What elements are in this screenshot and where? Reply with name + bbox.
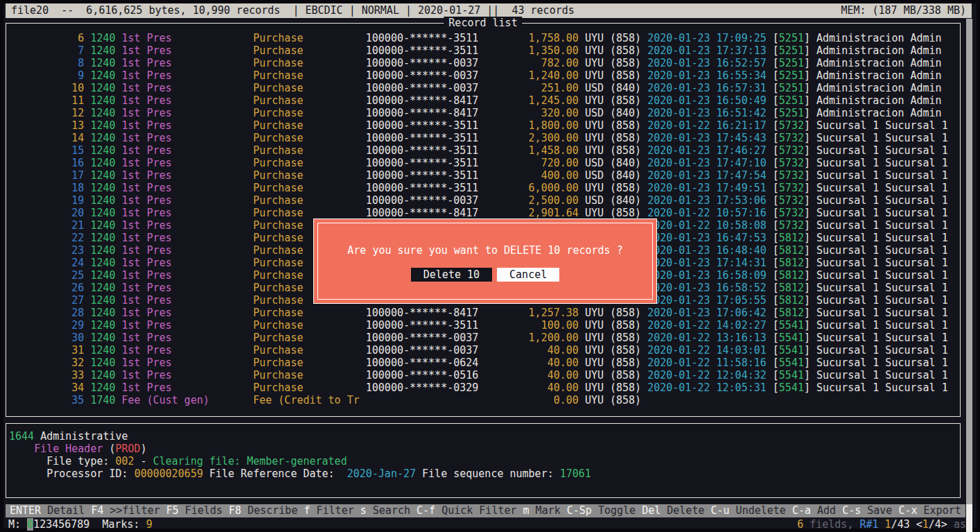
- memory-usage: MEM: (187 MB/338 MB): [841, 3, 966, 18]
- key-hint[interactable]: m Mark: [523, 504, 561, 517]
- detail-line: File type: 002 - Clearing file: Member-g…: [9, 455, 960, 467]
- key-hint[interactable]: Del Delete: [642, 504, 704, 517]
- record-row[interactable]: 18 1240 1st Pres Purchase 100000-******-…: [9, 182, 960, 194]
- key-hint[interactable]: C-f Quick Filter: [417, 504, 517, 517]
- record-row[interactable]: 32 1240 1st Pres Purchase 100000-******-…: [9, 357, 960, 369]
- key-hint[interactable]: F5 Fields: [166, 504, 222, 517]
- record-row[interactable]: 17 1240 1st Pres Purchase 100000-******-…: [9, 169, 960, 182]
- record-row[interactable]: 33 1240 1st Pres Purchase 100000-******-…: [9, 369, 960, 381]
- record-row[interactable]: 30 1240 1st Pres Purchase 100000-******-…: [9, 332, 960, 344]
- delete-confirm-dialog: Are you sure you want to DELETE 10 recor…: [313, 218, 657, 304]
- record-row[interactable]: 10 1240 1st Pres Purchase 100000-******-…: [9, 82, 960, 94]
- record-row[interactable]: 20 1240 1st Pres Purchase 100000-******-…: [9, 207, 960, 219]
- key-hint[interactable]: F4 >>filter: [91, 504, 159, 517]
- scrollbar-thumb[interactable]: [966, 504, 972, 532]
- dialog-message: Are you sure you want to DELETE 10 recor…: [314, 244, 656, 257]
- record-row[interactable]: 14 1240 1st Pres Purchase 100000-******-…: [9, 132, 960, 144]
- record-row[interactable]: 13 1240 1st Pres Purchase 100000-******-…: [9, 119, 960, 132]
- detail-line: 1644 Administrative: [9, 430, 960, 443]
- record-row[interactable]: 9 1240 1st Pres Purchase 100000-******-0…: [9, 69, 960, 82]
- title-bar: file20 -- 6,616,625 bytes, 10,990 record…: [6, 3, 972, 18]
- function-key-bar: ENTER Detail F4 >>filter F5 Fields F8 De…: [6, 504, 965, 517]
- key-hint[interactable]: C-u Undelete: [711, 504, 786, 517]
- record-row[interactable]: 12 1240 1st Pres Purchase 100000-******-…: [9, 107, 960, 119]
- record-row[interactable]: 15 1240 1st Pres Purchase 100000-******-…: [9, 144, 960, 157]
- position-status: 6 fields, R#1 1/43 <1/4> as: [797, 518, 966, 531]
- record-row[interactable]: 19 1240 1st Pres Purchase 100000-******-…: [9, 194, 960, 207]
- key-hint[interactable]: C-x Export: [898, 504, 961, 517]
- status-bar: M: 0123456789 Marks: 9 6 fields, R#1 1/4…: [6, 518, 969, 531]
- dialog-inner-border: [317, 223, 653, 300]
- detail-line: File Header (PROD): [9, 443, 960, 455]
- record-row[interactable]: 7 1240 1st Pres Purchase 100000-******-3…: [9, 44, 960, 57]
- delete-button[interactable]: Delete 10: [411, 268, 492, 282]
- record-row[interactable]: 28 1240 1st Pres Purchase 100000-******-…: [9, 307, 960, 319]
- record-row[interactable]: 31 1240 1st Pres Purchase 100000-******-…: [9, 344, 960, 357]
- key-hint[interactable]: ENTER Detail: [10, 504, 85, 517]
- cancel-button[interactable]: Cancel: [497, 268, 559, 282]
- key-hint[interactable]: C-a Add: [792, 504, 836, 517]
- marks-status: M: 0123456789 Marks: 9: [8, 518, 152, 531]
- record-row[interactable]: 6 1240 1st Pres Purchase 100000-******-3…: [9, 32, 960, 44]
- record-detail-panel: 1644 Administrative File Header (PROD) F…: [6, 423, 961, 498]
- record-row[interactable]: 35 1740 Fee (Cust gen) Fee (Credit to Tr…: [9, 394, 960, 406]
- record-row[interactable]: 16 1240 1st Pres Purchase 100000-******-…: [9, 157, 960, 169]
- key-hint[interactable]: F8 Describe: [229, 504, 297, 517]
- scrollbar[interactable]: [966, 19, 972, 532]
- dialog-frame: Are you sure you want to DELETE 10 recor…: [313, 218, 657, 304]
- terminal-screen: file20 -- 6,616,625 bytes, 10,990 record…: [0, 0, 980, 532]
- record-row[interactable]: 11 1240 1st Pres Purchase 100000-******-…: [9, 94, 960, 107]
- key-hint[interactable]: C-s Save: [842, 504, 892, 517]
- record-row[interactable]: 8 1240 1st Pres Purchase 100000-******-0…: [9, 57, 960, 69]
- record-row[interactable]: 34 1240 1st Pres Purchase 100000-******-…: [9, 381, 960, 394]
- key-hint[interactable]: f Filter: [304, 504, 353, 517]
- key-hint[interactable]: s Search: [360, 504, 410, 517]
- key-hint[interactable]: C-Sp Toggle: [567, 504, 636, 517]
- detail-line: Processor ID: 00000020659 File Reference…: [9, 467, 960, 480]
- record-detail-text: 1644 Administrative File Header (PROD) F…: [6, 424, 960, 497]
- file-info: file20 -- 6,616,625 bytes, 10,990 record…: [11, 3, 575, 18]
- record-row[interactable]: 29 1240 1st Pres Purchase 100000-******-…: [9, 319, 960, 332]
